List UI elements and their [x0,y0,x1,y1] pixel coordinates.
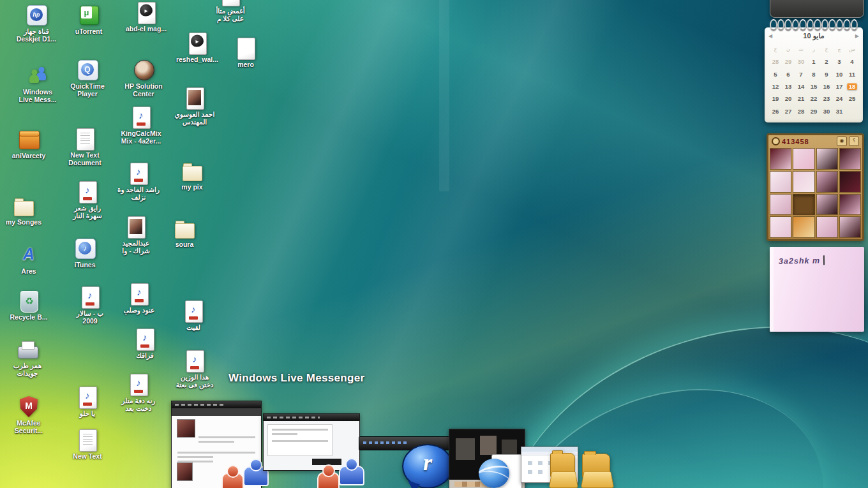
calendar-next-icon[interactable]: ▶ [855,33,859,39]
desktop-icon-abdelmajeed[interactable]: عبدالمجيدشراك - وا [107,216,165,255]
avatar [177,462,193,481]
calendar-gadget[interactable]: ◀ مايو 10 ▶ حنثرخجس282930123456789101112… [765,23,863,122]
calendar-day-cell[interactable]: 16 [820,83,833,90]
calendar-day-cell[interactable]: 2 [820,58,833,65]
puzzle-tile[interactable] [770,194,791,216]
calendar-day-cell[interactable]: 13 [782,83,795,90]
puzzle-tile[interactable] [793,171,814,193]
calendar-day-cell[interactable]: 14 [795,83,807,90]
calendar-day-cell[interactable]: 27 [782,108,795,115]
calendar-prev-icon[interactable]: ◀ [768,33,772,39]
puzzle-tile[interactable] [816,148,838,170]
desktop-icon-my-songes[interactable]: my Songes [0,195,52,226]
messenger-conversation-thumbnail[interactable] [263,413,360,471]
desktop-icon-rm-hazal[interactable]: ♪هذا الوزيندختن فى بعثة [166,350,223,388]
desktop-icon-printer-arabic[interactable]: همز طربجويدات [0,338,56,377]
puzzle-tile[interactable] [793,216,814,238]
puzzle-tile[interactable] [839,194,861,216]
sticky-note-gadget[interactable]: 3a2shk m [770,247,864,332]
folder-icon[interactable] [581,450,613,488]
desktop-icon-label: uTorrent [60,27,117,35]
calendar-day-cell[interactable]: 9 [820,71,833,78]
calendar-day-cell[interactable]: 28 [769,58,782,65]
calendar-day-cell[interactable]: 7 [795,71,807,78]
calendar-day-cell[interactable]: 3 [833,58,846,65]
puzzle-shuffle-button[interactable]: ؟ [849,137,859,146]
desktop-icon-my-pix[interactable]: my pix [163,159,221,191]
calendar-day-cell[interactable]: 12 [769,83,782,90]
calendar-day-cell[interactable]: 25 [846,95,858,102]
puzzle-empty-slot[interactable] [793,194,814,216]
puzzle-tile[interactable] [816,216,838,238]
calendar-day-cell[interactable]: 6 [782,71,795,78]
desktop-icon-abd-el-mag[interactable]: ▸abd-el mag... [117,1,175,33]
folder-icon[interactable] [549,450,577,488]
desktop-icon-recycle-bin[interactable]: ♻Recycle B... [0,290,57,321]
desktop-icon-rashed[interactable]: ♪راشد الماجد وةنزلف [110,162,167,201]
desktop-icon-rayq-shaar[interactable]: ♪رايق شعرسهرة النار [59,181,116,219]
desktop-icon-rm-ya-helw[interactable]: ♪يا حلو [59,386,116,417]
calendar-day-cell[interactable]: 29 [807,108,820,115]
calendar-day-cell[interactable]: 15 [807,83,820,90]
calendar-day-cell[interactable]: 30 [795,58,807,65]
messenger-contacts-thumbnail[interactable] [171,401,262,488]
desktop-icon-itunes[interactable]: ♪iTunes [56,237,114,269]
calendar-day-cell[interactable]: 11 [846,71,858,78]
calendar-day-cell[interactable]: 21 [795,95,807,102]
desktop-icon-hp-solution-center[interactable]: HP SolutionCenter [115,59,172,98]
desktop-icon-anivarcety[interactable]: aniVarcety [0,128,57,159]
desktop-icon-ahmed-photo[interactable]: احمد العوسويالمهندس [166,87,223,126]
calendar-day-cell[interactable]: 20 [782,95,795,102]
realplayer-icon[interactable] [402,444,453,488]
desktop-icon-kingcalcmix[interactable]: ♪KingCalcMixMix - 4a2er... [112,106,170,145]
desktop-icon-new-text-document[interactable]: New TextDocument [56,128,114,166]
desktop-icon-rm-l2eet[interactable]: ♪لقيت [165,300,222,331]
desktop-icon-windows-live-messenger[interactable]: WindowsLive Mess... [9,64,66,103]
desktop-icon-quicktime-player[interactable]: QQuickTimePlayer [59,59,116,98]
calendar-day-cell[interactable]: 24 [833,95,846,102]
desktop-icon-mero[interactable]: mero [217,37,274,68]
desktop-icon-label: فراقك [116,351,174,359]
calendar-day-cell[interactable]: 31 [833,108,846,115]
calendar-day-cell[interactable]: 29 [782,58,795,65]
calendar-day-cell[interactable]: 17 [833,83,846,90]
puzzle-tile[interactable] [816,171,838,193]
internet-explorer-icon[interactable] [479,459,509,488]
desktop-icon-mcafee[interactable]: MMcAfeeSecurit... [0,396,57,434]
puzzle-tile[interactable] [839,148,861,170]
calendar-day-cell[interactable]: 8 [807,71,820,78]
calendar-day-cell[interactable]: 22 [807,95,820,102]
puzzle-tile[interactable] [793,148,814,170]
puzzle-tile[interactable] [839,216,861,238]
partial-gadget[interactable] [770,0,864,18]
desktop-icon-label: قناة جهازDeskjet D1... [8,27,65,43]
desktop-icon-rm-faragak[interactable]: ♪فراقك [116,328,174,359]
puzzle-tile[interactable] [839,171,861,193]
desktop-icon-aghmad-doc[interactable]: أغمض متاأعلى كلا م [202,0,259,22]
calendar-day-cell[interactable]: 30 [820,108,833,115]
desktop-icon-utorrent[interactable]: μuTorrent [60,4,117,35]
picture-puzzle-gadget[interactable]: 413458 ◉ ؟ [767,133,864,241]
desktop-icon-rm-3nood[interactable]: ♪عنود وصلي [110,283,168,314]
spiral-ring [777,19,785,31]
calendar-day-cell[interactable]: 28 [795,108,807,115]
puzzle-show-picture-button[interactable]: ◉ [837,137,847,146]
desktop-icon-new-text[interactable]: New Text [59,429,116,460]
calendar-day-cell[interactable]: 4 [846,58,858,65]
desktop-icon-rm-ranna[interactable]: ♪رنه دقة مثلردخنت بعد [110,373,167,412]
puzzle-tile[interactable] [770,171,791,193]
calendar-day-cell[interactable]: 1 [807,58,820,65]
calendar-day-cell[interactable]: 26 [769,108,782,115]
calendar-spiral-binding [770,19,858,31]
desktop-icon-label: احمد العوسويالمهندس [166,110,223,126]
calendar-day-cell[interactable]: 19 [769,95,782,102]
puzzle-tile[interactable] [770,216,791,238]
calendar-day-cell[interactable]: 18 [847,83,857,90]
calendar-day-cell[interactable]: 10 [833,71,846,78]
puzzle-tile[interactable] [816,194,838,216]
calendar-day-cell[interactable]: 5 [769,71,782,78]
puzzle-tile[interactable] [770,148,791,170]
desktop-icon-hp-deskjet[interactable]: hpقناة جهازDeskjet D1... [8,4,65,43]
calendar-day-cell[interactable]: 23 [820,95,833,102]
desktop-icon-ares[interactable]: AAres [0,244,57,275]
